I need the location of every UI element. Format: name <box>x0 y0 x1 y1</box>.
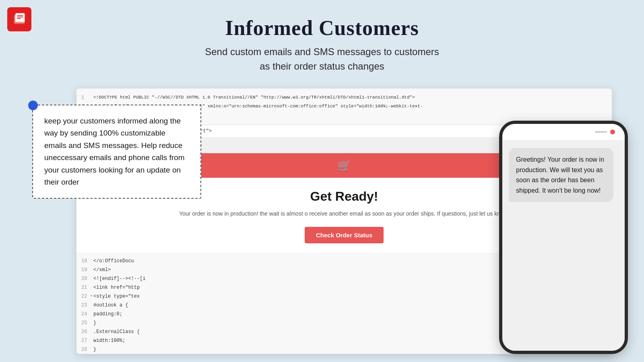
cart-icon: 🛒 <box>337 159 351 172</box>
content-area: keep your customers informed along the w… <box>32 88 612 354</box>
phone-notch-area <box>502 124 625 140</box>
callout-text: keep your customers informed along the w… <box>44 115 189 188</box>
notch-dot <box>610 130 615 134</box>
code-line-1: 1 <!DOCTYPE html PUBLIC "-//W3C//DTD XHT… <box>76 93 612 102</box>
phone-mockup: Greetings! Your order is now in producti… <box>499 121 628 354</box>
check-order-button[interactable]: Check Order Status <box>305 227 384 243</box>
callout-box: keep your customers informed along the w… <box>32 105 201 199</box>
callout-dot <box>28 101 38 110</box>
page-subtitle: Send custom emails and SMS messages to c… <box>0 45 644 74</box>
header-section: Informed Customers Send custom emails an… <box>0 16 644 74</box>
page-title: Informed Customers <box>0 16 644 40</box>
sms-bubble: Greetings! Your order is now in producti… <box>509 148 613 202</box>
phone-content: Greetings! Your order is now in producti… <box>502 140 625 351</box>
notch-line <box>595 131 607 133</box>
